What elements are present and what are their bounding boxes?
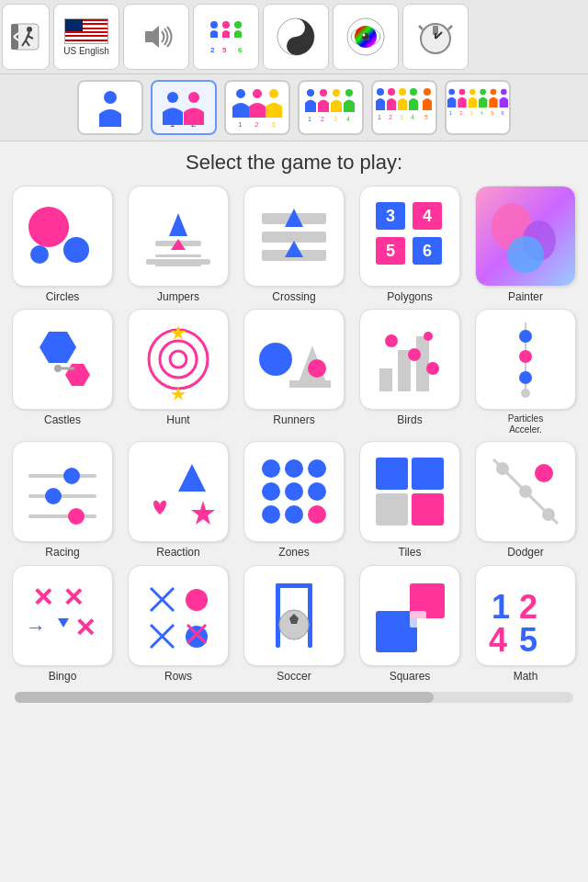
- svg-point-105: [259, 343, 292, 376]
- svg-point-35: [236, 89, 245, 98]
- svg-text:5: 5: [519, 621, 537, 657]
- game-rows[interactable]: Rows: [123, 565, 233, 683]
- game-crossing[interactable]: Crossing: [239, 186, 349, 303]
- players-color-button[interactable]: 2 5 6: [193, 4, 259, 70]
- game-birds[interactable]: Birds: [355, 309, 465, 435]
- particles-label: ParticlesAcceler.: [508, 413, 543, 435]
- svg-point-146: [535, 464, 553, 482]
- svg-point-129: [262, 459, 280, 478]
- exit-button[interactable]: [2, 4, 50, 70]
- language-button[interactable]: US English: [53, 4, 119, 70]
- svg-point-72: [63, 237, 89, 263]
- scroll-bar[interactable]: [15, 692, 573, 703]
- svg-text:5: 5: [386, 242, 395, 260]
- svg-text:4: 4: [489, 621, 507, 657]
- svg-point-33: [188, 92, 199, 103]
- svg-point-154: [186, 589, 208, 611]
- game-polygons[interactable]: 3 4 5 6 Polygons: [355, 186, 465, 303]
- svg-point-108: [308, 359, 326, 378]
- svg-point-43: [320, 89, 327, 96]
- svg-rect-107: [289, 380, 331, 388]
- player-selector-row: 1 2 1 2 3 1 2 3: [0, 74, 588, 141]
- svg-text:2: 2: [321, 116, 324, 122]
- castles-label: Castles: [44, 413, 81, 426]
- svg-text:6: 6: [423, 242, 432, 260]
- svg-text:1: 1: [449, 111, 452, 117]
- svg-text:1: 1: [170, 119, 175, 129]
- svg-text:3: 3: [470, 111, 473, 117]
- svg-point-119: [519, 371, 532, 384]
- svg-text:5: 5: [424, 114, 428, 120]
- svg-point-11: [222, 21, 230, 28]
- game-soccer[interactable]: Soccer: [239, 565, 349, 683]
- player-3-button[interactable]: 1 2 3: [224, 80, 290, 135]
- game-tiles[interactable]: Tiles: [355, 441, 465, 559]
- game-bingo[interactable]: ✕ ✕ → ✕ Bingo: [7, 565, 118, 683]
- color-wheel-button[interactable]: [333, 4, 399, 70]
- player-1-button[interactable]: [77, 80, 143, 135]
- game-squares[interactable]: Squares: [355, 565, 465, 683]
- tiles-label: Tiles: [399, 546, 422, 559]
- game-hunt[interactable]: Hunt: [123, 309, 233, 435]
- svg-point-17: [292, 24, 300, 31]
- svg-line-29: [448, 26, 452, 29]
- svg-point-120: [521, 389, 530, 398]
- game-painter[interactable]: Painter: [470, 186, 581, 303]
- sound-button[interactable]: [123, 4, 189, 70]
- svg-text:3: 3: [400, 114, 403, 120]
- reaction-label: Reaction: [156, 546, 199, 559]
- svg-point-101: [160, 341, 197, 378]
- svg-marker-127: [178, 464, 206, 492]
- svg-point-143: [496, 462, 509, 475]
- svg-point-18: [292, 42, 300, 50]
- game-zones[interactable]: Zones: [239, 441, 349, 559]
- svg-rect-139: [412, 458, 444, 490]
- svg-point-100: [149, 330, 208, 389]
- svg-point-134: [308, 482, 326, 501]
- game-particles[interactable]: ParticlesAcceler.: [470, 309, 581, 435]
- svg-point-157: [186, 626, 208, 648]
- svg-marker-103: [171, 325, 186, 340]
- game-math[interactable]: 1 2 4 5 Math: [470, 565, 581, 683]
- game-runners[interactable]: Runners: [239, 309, 349, 435]
- player-4-button[interactable]: 1 2 3 4: [298, 80, 364, 135]
- svg-point-10: [210, 21, 218, 28]
- svg-rect-78: [155, 254, 201, 257]
- svg-rect-79: [155, 264, 201, 266]
- svg-rect-168: [410, 611, 426, 628]
- svg-marker-128: [191, 501, 215, 525]
- game-jumpers[interactable]: Jumpers: [123, 186, 233, 303]
- svg-point-55: [410, 88, 417, 96]
- svg-rect-161: [276, 583, 280, 648]
- soccer-label: Soccer: [277, 670, 311, 683]
- game-castles[interactable]: Castles: [7, 309, 118, 435]
- svg-point-67: [491, 89, 497, 96]
- svg-point-132: [262, 482, 280, 501]
- svg-marker-150: [58, 618, 69, 628]
- svg-text:2: 2: [210, 46, 215, 54]
- game-circles[interactable]: Circles: [7, 186, 118, 303]
- alarm-button[interactable]: [402, 4, 469, 70]
- racing-label: Racing: [45, 546, 79, 559]
- player-2-button[interactable]: 1 2: [151, 80, 217, 135]
- scroll-thumb: [15, 692, 434, 703]
- svg-point-99: [54, 365, 62, 372]
- svg-point-65: [480, 89, 486, 96]
- svg-point-71: [28, 207, 69, 247]
- rows-label: Rows: [164, 670, 192, 683]
- game-dodger[interactable]: Dodger: [470, 441, 581, 559]
- polygons-label: Polygons: [387, 290, 432, 303]
- svg-point-47: [345, 89, 353, 96]
- player-6-button[interactable]: 1 2 3 4 5 6: [445, 80, 511, 135]
- svg-rect-162: [308, 583, 312, 648]
- game-reaction[interactable]: Reaction: [123, 441, 233, 559]
- player-5-button[interactable]: 1 2 3 4 5: [371, 80, 437, 135]
- svg-rect-160: [276, 583, 312, 588]
- svg-text:1: 1: [492, 588, 510, 626]
- circles-label: Circles: [46, 290, 80, 303]
- svg-text:4: 4: [346, 116, 350, 122]
- yin-yang-button[interactable]: [263, 4, 329, 70]
- game-racing[interactable]: Racing: [7, 441, 118, 559]
- svg-point-95: [507, 236, 544, 273]
- svg-point-53: [399, 88, 406, 96]
